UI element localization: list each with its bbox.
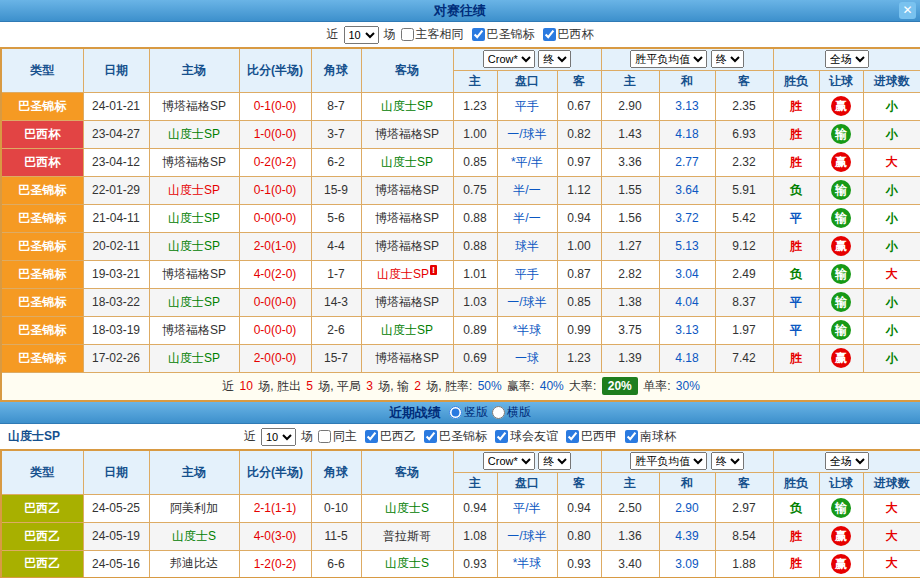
crow-away-odds: 0.94 [557,204,601,232]
filter-checkbox[interactable]: 主客相同 [401,26,464,43]
handicap-result-cell: 输 [819,494,863,522]
col-handicap: 盘口 [497,70,557,92]
col-crow-home: 主 [453,70,497,92]
checkbox-input[interactable] [543,28,556,41]
layout-radio-selected[interactable]: 竖版 [449,404,488,421]
date-cell: 24-05-25 [83,494,149,522]
match-row: 巴西乙24-05-25阿美利加2-1(1-1)0-10山度士S0.94平/半0.… [1,494,920,522]
filter-checkbox[interactable]: 南球杯 [625,428,676,445]
recent-table: 类型 日期 主场 比分(半场) 角球 客场 Crow* 终 胜平负均值 终 全场… [0,449,920,578]
col-away: 客场 [361,48,453,92]
home-team: 山度士SP [149,176,239,204]
crow-away-odds: 0.67 [557,92,601,120]
win-odds: 1.39 [601,344,659,372]
avg-odds-time-select[interactable]: 终 [711,452,744,470]
away-team: 山度士S [361,494,453,522]
h2h-match-count-select[interactable]: 10 [344,26,379,44]
checkbox-label: 巴西杯 [558,26,594,43]
away-team: 博塔福格SP [361,288,453,316]
checkbox-input[interactable] [365,430,378,443]
checkbox-input[interactable] [472,28,485,41]
col-away: 客场 [361,450,453,494]
match-row: 巴圣锦标21-04-11山度士SP0-0(0-0)5-6博塔福格SP0.88半/… [1,204,920,232]
summary-text: 50% [478,379,502,393]
col-corners: 角球 [311,48,361,92]
filter-checkbox[interactable]: 同主 [318,428,357,445]
handicap-cell: *半球 [497,550,557,578]
league-badge: 巴西杯 [1,120,83,148]
recent-table-body: 巴西乙24-05-25阿美利加2-1(1-1)0-10山度士S0.94平/半0.… [1,494,920,578]
odds-source-select[interactable]: Crow* [483,452,535,470]
avg-odds-time-select[interactable]: 终 [711,50,744,68]
crow-home-odds: 0.89 [453,316,497,344]
avg-odds-select[interactable]: 胜平负均值 [630,452,707,470]
away-team: 山度士SP [361,148,453,176]
checkbox-label: 球会友谊 [510,428,558,445]
home-team: 山度士S [149,522,239,550]
checkbox-input[interactable] [401,28,414,41]
filter-checkbox[interactable]: 球会友谊 [495,428,558,445]
odds-source-select[interactable]: Crow* [483,50,535,68]
checkbox-input[interactable] [424,430,437,443]
crow-away-odds: 0.85 [557,288,601,316]
col-date: 日期 [83,450,149,494]
handicap-result-badge: 赢 [831,152,851,172]
lose-odds: 9.12 [715,232,773,260]
match-row: 巴西杯23-04-12博塔福格SP0-2(0-2)6-2山度士SP0.85*平/… [1,148,920,176]
match-row: 巴圣锦标20-02-11山度士SP2-0(1-0)4-4博塔福格SP0.88球半… [1,232,920,260]
filter-checkbox[interactable]: 巴西甲 [566,428,617,445]
checkbox-input[interactable] [495,430,508,443]
home-team: 山度士SP [149,204,239,232]
odds-time-select[interactable]: 终 [538,50,571,68]
goals-cell: 大 [863,148,920,176]
checkbox-input[interactable] [625,430,638,443]
filter-checkbox[interactable]: 巴圣锦标 [424,428,487,445]
lose-odds: 2.97 [715,494,773,522]
summary-text: 场, 输 [375,379,412,393]
radio-label: 竖版 [464,404,488,421]
radio-input[interactable] [492,406,505,419]
handicap-result-cell: 输 [819,288,863,316]
lose-odds: 1.88 [715,550,773,578]
filter-checkbox[interactable]: 巴西杯 [543,26,594,43]
fulltime-select[interactable]: 全场 [825,50,869,68]
col-date: 日期 [83,48,149,92]
corners-cell: 2-6 [311,316,361,344]
games-label: 场 [301,428,313,445]
checkbox-input[interactable] [566,430,579,443]
result-cell: 负 [773,176,819,204]
checkbox-input[interactable] [318,430,331,443]
date-cell: 22-01-29 [83,176,149,204]
lose-odds: 8.37 [715,288,773,316]
col-type: 类型 [1,450,83,494]
handicap-result-cell: 输 [819,260,863,288]
recent-match-count-select[interactable]: 10 [261,428,296,446]
result-cell: 胜 [773,344,819,372]
fulltime-select[interactable]: 全场 [825,452,869,470]
layout-radio-option[interactable]: 横版 [492,404,531,421]
away-team: 普拉斯哥 [361,522,453,550]
draw-odds: 3.04 [659,260,715,288]
result-cell: 负 [773,260,819,288]
radio-input[interactable] [449,406,462,419]
h2h-table-body: 巴圣锦标24-01-21博塔福格SP0-1(0-0)8-7山度士SP1.23平手… [1,92,920,372]
filter-checkbox[interactable]: 巴圣锦标 [472,26,535,43]
lose-odds: 2.49 [715,260,773,288]
home-team: 博塔福格SP [149,260,239,288]
close-icon[interactable]: ✕ [899,2,916,19]
date-cell: 18-03-19 [83,316,149,344]
col-goals: 进球数 [863,70,920,92]
goals-cell: 小 [863,344,920,372]
crow-home-odds: 0.94 [453,494,497,522]
handicap-result-cell: 赢 [819,232,863,260]
match-row: 巴圣锦标24-01-21博塔福格SP0-1(0-0)8-7山度士SP1.23平手… [1,92,920,120]
filter-checkbox[interactable]: 巴西乙 [365,428,416,445]
handicap-result-badge: 输 [831,264,851,284]
col-result: 胜负 [773,70,819,92]
home-team: 博塔福格SP [149,92,239,120]
odds-time-select[interactable]: 终 [538,452,571,470]
avg-odds-select[interactable]: 胜平负均值 [630,50,707,68]
col-score: 比分(半场) [239,450,311,494]
checkbox-label: 巴圣锦标 [487,26,535,43]
result-cell: 平 [773,288,819,316]
